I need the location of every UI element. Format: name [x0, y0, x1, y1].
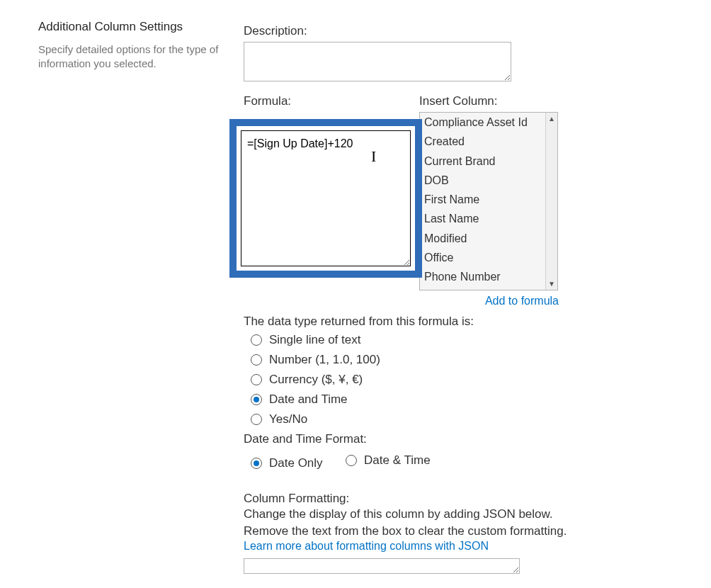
column-formatting-label: Column Formatting:: [244, 492, 676, 506]
return-type-label: The data type returned from this formula…: [244, 315, 676, 329]
radio-label: Date Only: [269, 456, 323, 470]
formula-highlight-frame: I: [229, 119, 422, 278]
settings-left-panel: Additional Column Settings Specify detai…: [38, 20, 244, 574]
return-type-option-yesno[interactable]: Yes/No: [251, 412, 676, 426]
list-item[interactable]: Compliance Asset Id: [420, 113, 557, 132]
radio-icon[interactable]: [251, 458, 262, 469]
column-formatting-line2: Remove the text from the box to clear th…: [244, 523, 676, 540]
scroll-up-icon[interactable]: ▲: [546, 113, 557, 125]
return-type-option-number[interactable]: Number (1, 1.0, 100): [251, 353, 676, 367]
radio-icon[interactable]: [251, 354, 262, 366]
section-subtitle: Specify detailed options for the type of…: [38, 43, 222, 72]
list-item[interactable]: Phone Number: [420, 267, 557, 286]
section-title: Additional Column Settings: [38, 20, 222, 34]
description-input[interactable]: [244, 42, 511, 81]
add-to-formula-link[interactable]: Add to formula: [485, 295, 559, 307]
radio-label: Number (1, 1.0, 100): [269, 353, 380, 367]
radio-label: Currency ($, ¥, €): [269, 373, 363, 387]
list-item[interactable]: DOB: [420, 171, 557, 190]
date-format-label: Date and Time Format:: [244, 432, 676, 446]
json-formatting-input[interactable]: [244, 558, 520, 574]
list-item[interactable]: Last Name: [420, 209, 557, 228]
date-format-option-datetime[interactable]: Date & Time: [346, 453, 431, 468]
formula-label: Formula:: [244, 94, 421, 108]
settings-right-panel: Description: Formula: I Insert Column: C…: [244, 20, 676, 574]
formula-input[interactable]: [241, 130, 411, 266]
radio-icon[interactable]: [346, 455, 357, 466]
return-type-option-datetime[interactable]: Date and Time: [251, 392, 676, 407]
list-item[interactable]: Created: [420, 132, 557, 151]
list-item[interactable]: Office: [420, 248, 557, 267]
radio-icon[interactable]: [251, 374, 262, 385]
list-item[interactable]: Modified: [420, 229, 557, 248]
radio-icon[interactable]: [251, 334, 262, 346]
return-type-option-currency[interactable]: Currency ($, ¥, €): [251, 373, 676, 387]
scrollbar[interactable]: ▲ ▼: [545, 113, 557, 290]
learn-more-link[interactable]: Learn more about formatting columns with…: [244, 540, 489, 552]
insert-column-label: Insert Column:: [419, 94, 561, 108]
description-label: Description:: [244, 24, 676, 38]
scroll-down-icon[interactable]: ▼: [546, 278, 557, 290]
return-type-group: Single line of text Number (1, 1.0, 100)…: [251, 333, 676, 426]
radio-label: Yes/No: [269, 412, 307, 426]
date-format-option-dateonly[interactable]: Date Only: [251, 456, 323, 470]
return-type-option-text[interactable]: Single line of text: [251, 333, 676, 347]
radio-icon[interactable]: [251, 394, 262, 405]
date-format-group: Date Only Date & Time: [251, 451, 676, 476]
list-item[interactable]: First Name: [420, 190, 557, 209]
radio-label: Date & Time: [364, 453, 431, 468]
column-formatting-line1: Change the display of this column by add…: [244, 506, 676, 523]
radio-icon[interactable]: [251, 414, 262, 425]
radio-label: Single line of text: [269, 333, 360, 347]
radio-label: Date and Time: [269, 392, 348, 407]
list-item[interactable]: Current Brand: [420, 152, 557, 171]
list-item[interactable]: Sign Up Date: [420, 286, 557, 290]
insert-column-list[interactable]: Compliance Asset Id Created Current Bran…: [419, 112, 558, 290]
column-formatting-section: Column Formatting: Change the display of…: [244, 492, 676, 574]
